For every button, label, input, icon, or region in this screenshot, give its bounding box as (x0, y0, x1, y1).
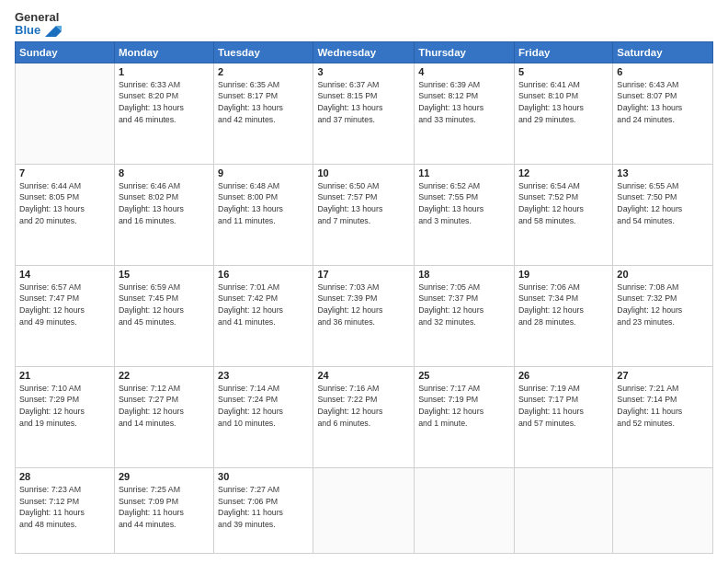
day-info-line: and 7 minutes. (317, 215, 410, 227)
day-info-line: Sunset: 7:52 PM (518, 191, 609, 203)
day-info-line: Daylight: 12 hours (19, 304, 110, 316)
day-info-line: Sunrise: 7:25 AM (119, 484, 210, 496)
day-cell: 8Sunrise: 6:46 AMSunset: 8:02 PMDaylight… (114, 164, 213, 265)
day-info-line: Sunrise: 7:10 AM (19, 383, 110, 395)
week-row-2: 7Sunrise: 6:44 AMSunset: 8:05 PMDaylight… (16, 164, 713, 265)
day-info-line: Sunrise: 7:23 AM (19, 484, 110, 496)
day-info-line: Sunrise: 6:41 AM (518, 79, 609, 91)
day-number: 27 (617, 370, 709, 381)
day-number: 19 (518, 269, 609, 280)
day-info-line: and 1 minute. (418, 418, 510, 430)
logo-general: General (15, 11, 59, 24)
day-info-line: and 52 minutes. (617, 418, 709, 430)
day-info-line: Daylight: 13 hours (418, 203, 510, 215)
day-cell: 3Sunrise: 6:37 AMSunset: 8:15 PMDaylight… (313, 63, 415, 164)
day-cell (16, 63, 115, 164)
day-info-line: Sunset: 7:50 PM (617, 191, 709, 203)
day-cell: 18Sunrise: 7:05 AMSunset: 7:37 PMDayligh… (415, 265, 515, 366)
day-info-line: and 57 minutes. (518, 418, 609, 430)
day-number: 9 (218, 167, 309, 178)
day-info-line: Sunset: 7:39 PM (317, 293, 410, 304)
col-header-friday: Friday (514, 41, 612, 63)
day-number: 15 (119, 269, 210, 280)
day-info-line: and 54 minutes. (617, 215, 709, 227)
day-info-line: Sunset: 7:55 PM (418, 191, 510, 203)
day-info-line: Sunrise: 6:44 AM (19, 180, 110, 192)
day-info-line: Sunset: 7:45 PM (119, 293, 210, 304)
day-cell: 5Sunrise: 6:41 AMSunset: 8:10 PMDaylight… (514, 63, 612, 164)
day-info-line: Sunrise: 6:48 AM (218, 180, 309, 192)
day-number: 24 (317, 370, 410, 381)
day-number: 17 (317, 269, 410, 280)
day-cell: 9Sunrise: 6:48 AMSunset: 8:00 PMDaylight… (214, 164, 313, 265)
logo: General Blue (15, 11, 62, 38)
day-info-line: Daylight: 12 hours (617, 304, 709, 316)
day-info-line: Sunset: 7:37 PM (418, 293, 510, 304)
day-number: 12 (518, 167, 609, 178)
day-info-line: Daylight: 13 hours (218, 102, 309, 114)
day-cell: 12Sunrise: 6:54 AMSunset: 7:52 PMDayligh… (514, 164, 612, 265)
day-cell: 4Sunrise: 6:39 AMSunset: 8:12 PMDaylight… (415, 63, 515, 164)
day-info-line: Daylight: 12 hours (518, 304, 609, 316)
day-cell: 1Sunrise: 6:33 AMSunset: 8:20 PMDaylight… (114, 63, 213, 164)
page: General Blue SundayMondayTuesdayWednesda… (0, 0, 728, 563)
day-cell (514, 467, 612, 553)
day-info-line: Sunset: 7:47 PM (19, 293, 110, 304)
day-info-line: and 41 minutes. (218, 316, 309, 328)
day-info-line: and 19 minutes. (19, 418, 110, 430)
day-cell: 28Sunrise: 7:23 AMSunset: 7:12 PMDayligh… (16, 467, 115, 553)
day-number: 28 (19, 471, 110, 482)
day-cell: 27Sunrise: 7:21 AMSunset: 7:14 PMDayligh… (613, 366, 713, 467)
day-info-line: and 11 minutes. (218, 215, 309, 227)
day-number: 14 (19, 269, 110, 280)
day-info-line: Sunrise: 6:43 AM (617, 79, 709, 91)
day-info-line: Daylight: 12 hours (119, 406, 210, 418)
col-header-thursday: Thursday (415, 41, 515, 63)
day-info-line: Sunset: 7:17 PM (518, 394, 609, 406)
day-info-line: Sunset: 8:17 PM (218, 90, 309, 102)
day-info-line: Daylight: 11 hours (119, 507, 210, 519)
day-info-line: and 49 minutes. (19, 316, 110, 328)
day-info-line: Daylight: 11 hours (19, 507, 110, 519)
day-cell (415, 467, 515, 553)
day-info-line: Daylight: 13 hours (218, 203, 309, 215)
day-info-line: Daylight: 13 hours (418, 102, 510, 114)
day-info-line: Sunset: 7:32 PM (617, 293, 709, 304)
day-info-line: Sunrise: 7:12 AM (119, 383, 210, 395)
day-info-line: Sunset: 7:09 PM (119, 496, 210, 508)
day-info-line: Sunset: 7:29 PM (19, 394, 110, 406)
day-info-line: Sunrise: 7:05 AM (418, 282, 510, 293)
day-number: 8 (119, 167, 210, 178)
week-row-5: 28Sunrise: 7:23 AMSunset: 7:12 PMDayligh… (16, 467, 713, 553)
day-info-line: Daylight: 13 hours (617, 102, 709, 114)
day-number: 2 (218, 66, 309, 77)
col-header-saturday: Saturday (613, 41, 713, 63)
logo-bird-icon (45, 26, 62, 37)
day-info-line: Daylight: 12 hours (119, 304, 210, 316)
day-info-line: Sunset: 8:02 PM (119, 191, 210, 203)
day-info-line: Sunrise: 7:19 AM (518, 383, 609, 395)
day-cell: 10Sunrise: 6:50 AMSunset: 7:57 PMDayligh… (313, 164, 415, 265)
day-info-line: and 16 minutes. (119, 215, 210, 227)
day-info-line: and 20 minutes. (19, 215, 110, 227)
day-info-line: Sunset: 7:06 PM (218, 496, 309, 508)
day-info-line: Daylight: 13 hours (119, 102, 210, 114)
day-info-line: and 42 minutes. (218, 114, 309, 126)
day-info-line: Sunset: 8:12 PM (418, 90, 510, 102)
day-info-line: and 44 minutes. (119, 519, 210, 531)
day-number: 13 (617, 167, 709, 178)
day-info-line: and 45 minutes. (119, 316, 210, 328)
week-row-4: 21Sunrise: 7:10 AMSunset: 7:29 PMDayligh… (16, 366, 713, 467)
day-info-line: Sunset: 7:57 PM (317, 191, 410, 203)
day-info-line: Sunset: 7:19 PM (418, 394, 510, 406)
day-info-line: Sunrise: 7:03 AM (317, 282, 410, 293)
day-info-line: and 46 minutes. (119, 114, 210, 126)
day-info-line: Sunrise: 6:46 AM (119, 180, 210, 192)
day-info-line: Sunset: 7:12 PM (19, 496, 110, 508)
day-info-line: Daylight: 12 hours (317, 304, 410, 316)
day-info-line: Sunset: 7:14 PM (617, 394, 709, 406)
day-number: 18 (418, 269, 510, 280)
day-info-line: and 32 minutes. (418, 316, 510, 328)
day-cell: 30Sunrise: 7:27 AMSunset: 7:06 PMDayligh… (214, 467, 313, 553)
day-info-line: Sunset: 8:20 PM (119, 90, 210, 102)
